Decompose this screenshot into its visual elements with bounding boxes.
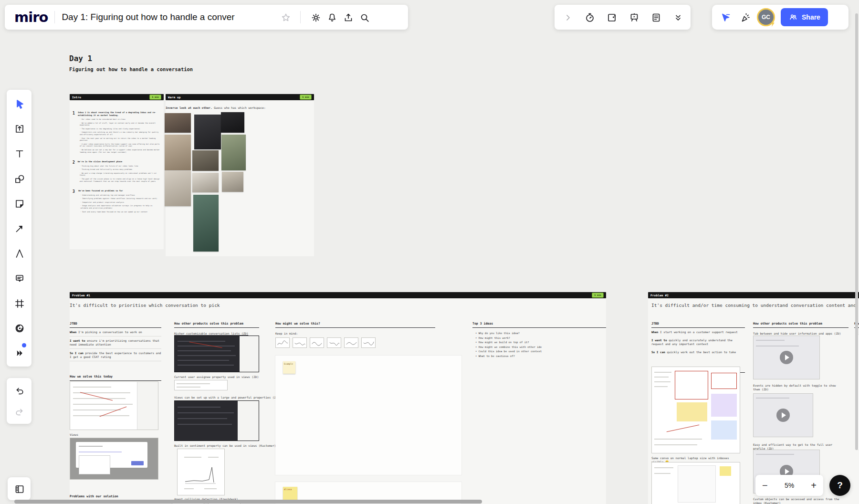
sticky-note-tool[interactable] xyxy=(11,195,27,211)
play-button[interactable] xyxy=(776,409,790,422)
help-button[interactable]: ? xyxy=(829,475,850,496)
cards-icon[interactable] xyxy=(603,9,619,25)
comment-tool[interactable] xyxy=(11,270,27,286)
problem1-statement: It's difficult to prioritise which conve… xyxy=(70,303,220,308)
frame-intro[interactable]: Intro 5 min 1Inbox 2 is about reversing … xyxy=(70,94,164,249)
workspace-photo[interactable] xyxy=(221,112,244,133)
assignee-property-screenshot[interactable] xyxy=(174,380,228,390)
frame-intro-titlebar[interactable]: Intro 5 min xyxy=(70,94,164,100)
workspace-photo[interactable] xyxy=(194,115,221,149)
frame-problem2[interactable]: Problem #2 It's difficult and/or time co… xyxy=(648,292,859,504)
col-header: How other products solve this problem xyxy=(174,322,259,328)
redo-icon[interactable] xyxy=(11,403,27,420)
shapes-tool[interactable] xyxy=(11,170,27,187)
bell-icon[interactable] xyxy=(324,9,340,25)
ideation-area[interactable] xyxy=(275,356,461,475)
decor xyxy=(654,467,673,468)
frame-tool[interactable] xyxy=(11,295,27,311)
screenshot-label: Current user assignee property used in v… xyxy=(174,375,259,379)
workspace-photo[interactable] xyxy=(222,172,243,192)
sketch-card[interactable] xyxy=(310,337,324,348)
undo-icon[interactable] xyxy=(11,382,27,399)
decor xyxy=(238,401,259,441)
laptop-size-screenshot[interactable] xyxy=(651,462,740,504)
problem1-col-other-products: How other products solve this problem Ri… xyxy=(174,322,259,336)
chevron-double-down-icon[interactable] xyxy=(670,9,686,25)
red-annotation xyxy=(80,392,113,401)
video-thumb-1[interactable] xyxy=(753,336,820,379)
chart-sketch xyxy=(184,462,218,485)
intro-item-bullet: Thinking broad and holistically across m… xyxy=(78,168,160,171)
purple-highlight xyxy=(711,394,737,417)
decor xyxy=(678,465,716,503)
intro-item: 3We've been focused on problems so farUn… xyxy=(73,189,160,214)
vertical-scrollbar[interactable] xyxy=(855,13,858,450)
sentiment-chart-screenshot[interactable] xyxy=(177,449,225,495)
decor xyxy=(240,336,259,372)
frame-problem2-titlebar[interactable]: Problem #2 xyxy=(648,292,859,298)
board-subheading: Figuring out how to handle a conversatio… xyxy=(69,66,193,73)
share-button[interactable]: Share xyxy=(781,8,828,26)
decor xyxy=(756,454,794,455)
workspace-photo[interactable] xyxy=(165,171,191,206)
intro-item-heading: We're in the vision development phase xyxy=(78,160,160,163)
frames-panel-button[interactable] xyxy=(8,477,31,500)
sketch-card[interactable] xyxy=(275,337,290,348)
timer-icon[interactable] xyxy=(581,9,597,25)
sketch-card[interactable] xyxy=(344,337,358,348)
intro-item-number: 3 xyxy=(73,189,75,214)
templates-tool[interactable] xyxy=(11,120,27,136)
workspace-photo[interactable] xyxy=(221,135,246,170)
alissa-sticky-note[interactable]: Alissa xyxy=(283,487,297,501)
zoom-out-button[interactable]: − xyxy=(762,481,768,490)
idea-prompt: What to be cautious of? xyxy=(475,354,606,359)
workspace-photo[interactable] xyxy=(165,135,191,170)
notes-icon[interactable] xyxy=(648,9,664,25)
zoom-in-button[interactable]: + xyxy=(811,481,817,490)
presentation-icon[interactable] xyxy=(626,9,642,25)
example-sticky-note[interactable]: Example xyxy=(283,361,295,374)
idea-prompt: How might we build on top of it? xyxy=(475,340,606,345)
decor xyxy=(720,466,731,476)
sketch-card[interactable] xyxy=(361,337,376,348)
workspace-photo[interactable] xyxy=(192,150,219,171)
follow-cursor-icon[interactable] xyxy=(717,9,733,25)
screenshot-label: Built in sentiment property can be used … xyxy=(174,444,276,448)
zendesk-list-screenshot[interactable] xyxy=(174,336,259,372)
workspace-photo[interactable] xyxy=(193,195,219,252)
more-tools[interactable] xyxy=(11,345,27,361)
intro-item-bullet: We want a step change (iterating expansi… xyxy=(78,172,160,177)
play-button[interactable] xyxy=(780,351,793,364)
miro-board: Day 1 Figuring out how to handle a conve… xyxy=(0,0,859,504)
pen-tool[interactable] xyxy=(11,245,27,261)
star-icon[interactable] xyxy=(277,9,293,25)
frame-warmup-titlebar[interactable]: Warm up 5 min xyxy=(166,94,314,100)
workspace-photo[interactable] xyxy=(192,173,219,192)
video-thumb-2[interactable] xyxy=(753,393,813,437)
decor xyxy=(756,346,799,346)
frame-problem1[interactable]: Problem #1 5 min It's difficult to prior… xyxy=(70,292,606,504)
miro-logo[interactable]: miro xyxy=(14,9,48,25)
talktrack-tool[interactable] xyxy=(11,320,27,336)
sketch-card[interactable] xyxy=(327,337,341,348)
gear-icon[interactable] xyxy=(307,9,324,25)
board-header: miro Day 1: Figuring out how to handle a… xyxy=(5,5,408,30)
avatar[interactable]: GC xyxy=(757,8,775,26)
select-tool[interactable] xyxy=(11,95,27,112)
board-title[interactable]: Day 1: Figuring out how to handle a conv… xyxy=(62,12,277,22)
collapse-icon[interactable] xyxy=(559,9,576,25)
conversation-list-screenshot[interactable] xyxy=(70,381,158,430)
horizontal-scrollbar[interactable] xyxy=(14,500,482,504)
views-dialog-screenshot[interactable] xyxy=(70,438,158,480)
workspace-photo[interactable] xyxy=(165,113,191,133)
connector-tool[interactable] xyxy=(11,220,27,236)
text-tool[interactable] xyxy=(11,145,27,161)
annotated-inbox-screenshot[interactable] xyxy=(651,367,740,453)
zoom-level[interactable]: 5% xyxy=(785,482,794,489)
celebration-icon[interactable] xyxy=(737,9,753,25)
views-properties-screenshot[interactable] xyxy=(174,400,259,441)
sketch-card[interactable] xyxy=(293,337,307,348)
export-icon[interactable] xyxy=(340,9,356,25)
search-icon[interactable] xyxy=(356,9,372,25)
frame-problem1-titlebar[interactable]: Problem #1 5 min xyxy=(70,292,606,298)
